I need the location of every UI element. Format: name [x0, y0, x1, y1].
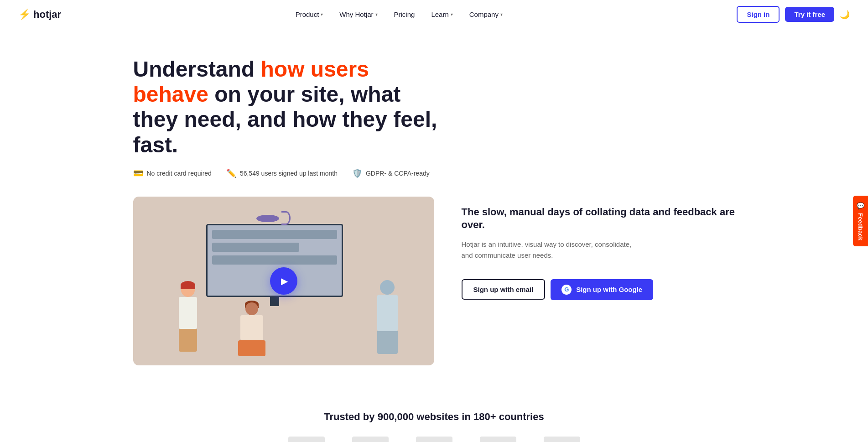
- badge-signups: ✏️ 56,549 users signed up last month: [226, 168, 338, 178]
- dark-mode-icon[interactable]: 🌙: [840, 10, 850, 20]
- shield-icon: 🛡️: [352, 168, 362, 178]
- hero-headline: Understand how users behave on your site…: [133, 57, 443, 157]
- monitor-illustration: [206, 224, 343, 315]
- trusted-logos: [18, 437, 850, 442]
- nav-product[interactable]: Product ▾: [289, 7, 330, 22]
- logo-icon: ⚡: [18, 9, 31, 21]
- badge-no-cc: 💳 No credit card required: [133, 168, 212, 178]
- feedback-icon: 💬: [857, 202, 864, 209]
- chevron-down-icon: ▾: [321, 12, 323, 17]
- chevron-down-icon: ▾: [451, 12, 453, 17]
- nav-links: Product ▾ Why Hotjar ▾ Pricing Learn ▾ C…: [289, 7, 509, 22]
- person2-illustration: [238, 302, 265, 356]
- nav-actions: Sign in Try it free 🌙: [737, 6, 850, 23]
- trusted-logo-1: [288, 437, 325, 442]
- nav-pricing[interactable]: Pricing: [388, 7, 421, 22]
- nav-company[interactable]: Company ▾: [463, 7, 509, 22]
- trusted-logo-5: [544, 437, 580, 442]
- credit-card-icon: 💳: [133, 168, 143, 178]
- trusted-section: Trusted by 900,000 websites in 180+ coun…: [0, 384, 868, 442]
- person1-illustration: [179, 283, 197, 352]
- trusted-title: Trusted by 900,000 websites in 180+ coun…: [18, 411, 850, 423]
- signin-button[interactable]: Sign in: [737, 6, 780, 23]
- hero-badges: 💳 No credit card required ✏️ 56,549 user…: [133, 168, 735, 178]
- hero-right: The slow, manual days of collating data …: [462, 197, 735, 300]
- google-g-icon: G: [561, 285, 572, 295]
- signup-google-button[interactable]: G Sign up with Google: [551, 279, 653, 300]
- pencil-icon: ✏️: [226, 168, 236, 178]
- trusted-logo-4: [480, 437, 516, 442]
- hero-left: [133, 197, 434, 365]
- nav-learn[interactable]: Learn ▾: [425, 7, 459, 22]
- signup-buttons: Sign up with email G Sign up with Google: [462, 279, 735, 300]
- navbar: ⚡ hotjar Product ▾ Why Hotjar ▾ Pricing …: [0, 0, 868, 29]
- trusted-logo-3: [416, 437, 452, 442]
- badge-gdpr: 🛡️ GDPR- & CCPA-ready: [352, 168, 430, 178]
- person3-illustration: [377, 280, 398, 354]
- signup-email-button[interactable]: Sign up with email: [462, 279, 546, 300]
- play-button[interactable]: [270, 267, 297, 295]
- cat-illustration: [256, 215, 284, 224]
- chevron-down-icon: ▾: [375, 12, 378, 17]
- logo[interactable]: ⚡ hotjar: [18, 9, 61, 21]
- nav-why-hotjar[interactable]: Why Hotjar ▾: [333, 7, 384, 22]
- hero-section: Understand how users behave on your site…: [115, 29, 754, 384]
- hero-right-sub: Hotjar is an intuitive, visual way to di…: [462, 239, 635, 261]
- video-placeholder[interactable]: [133, 197, 434, 365]
- chevron-down-icon: ▾: [500, 12, 503, 17]
- try-free-button[interactable]: Try it free: [785, 7, 834, 22]
- trusted-logo-2: [352, 437, 389, 442]
- hero-body: The slow, manual days of collating data …: [133, 197, 735, 365]
- hero-right-title: The slow, manual days of collating data …: [462, 206, 735, 232]
- logo-text: hotjar: [33, 9, 61, 21]
- feedback-tab[interactable]: 💬 Feedback: [853, 196, 868, 247]
